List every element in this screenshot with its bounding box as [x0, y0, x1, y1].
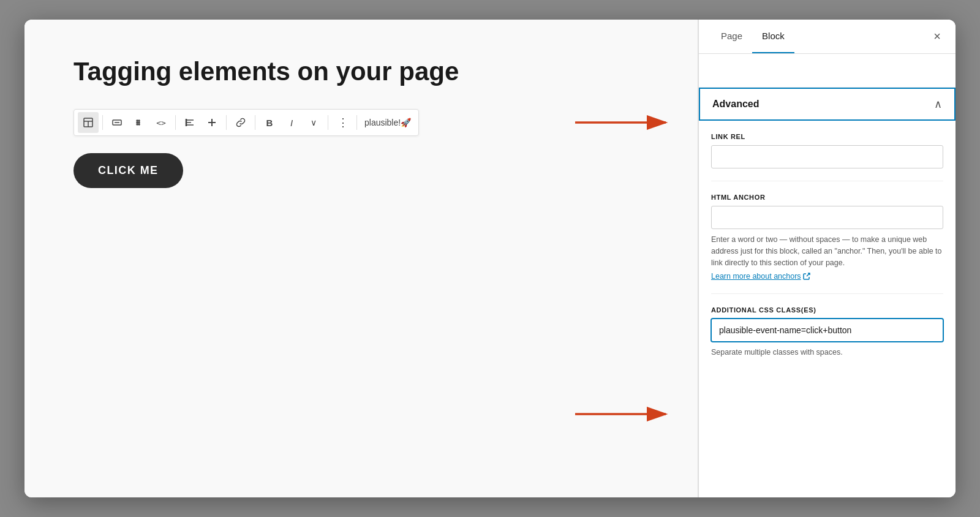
svg-point-5: [137, 120, 138, 121]
chevron-down-icon: ∨: [311, 118, 317, 127]
click-me-button[interactable]: CLICK ME: [74, 153, 183, 188]
close-button[interactable]: ×: [931, 27, 943, 46]
html-anchor-input[interactable]: [711, 206, 943, 229]
advanced-label: Advanced: [712, 99, 759, 110]
plausible-label: plausible!🚀: [361, 118, 415, 127]
learn-more-label: Learn more about anchors: [711, 272, 801, 281]
grid-icon: [134, 118, 144, 127]
svg-point-9: [137, 124, 138, 125]
link-icon: [236, 118, 246, 127]
editor-panel: Tagging elements on your page: [24, 20, 698, 497]
dropdown-btn[interactable]: ∨: [303, 112, 324, 133]
svg-point-6: [138, 120, 140, 121]
align-icon: [185, 118, 195, 127]
layout-icon: [83, 118, 93, 127]
divider-3: [226, 115, 227, 130]
bold-icon: B: [266, 118, 273, 128]
vertical-dots-icon: ⋮: [337, 116, 348, 129]
chevron-up-icon: ∧: [934, 97, 942, 111]
html-anchor-group: HTML ANCHOR Enter a word or two — withou…: [711, 194, 943, 281]
page-title: Tagging elements on your page: [74, 56, 502, 87]
link-rel-label: LINK REL: [711, 133, 943, 140]
block-toolbar: <>: [74, 109, 419, 136]
sidebar: Page Block × Advanced ∧ LINK REL: [698, 20, 956, 497]
arrow-to-css-classes: [575, 402, 673, 426]
css-classes-group: ADDITIONAL CSS CLASS(ES) Separate multip…: [711, 306, 943, 358]
advanced-section: Advanced ∧: [699, 88, 956, 121]
italic-btn[interactable]: I: [281, 112, 302, 133]
bold-btn[interactable]: B: [259, 112, 280, 133]
sidebar-body: LINK REL HTML ANCHOR Enter a word or two…: [699, 121, 956, 497]
learn-more-link[interactable]: Learn more about anchors: [711, 272, 810, 281]
divider-6: [356, 115, 357, 130]
svg-point-8: [138, 122, 140, 123]
link-rel-input[interactable]: [711, 145, 943, 168]
css-classes-input[interactable]: [711, 319, 943, 342]
divider-1: [102, 115, 103, 130]
code-btn[interactable]: <>: [151, 112, 172, 133]
align-btn[interactable]: [179, 112, 200, 133]
divider-5: [328, 115, 328, 130]
editor-window: Tagging elements on your page: [24, 20, 956, 497]
grid-btn[interactable]: [129, 112, 149, 133]
arrow-1-icon: [575, 110, 673, 135]
plus-btn[interactable]: [202, 112, 222, 133]
external-link-icon: [803, 273, 810, 280]
link-btn[interactable]: [230, 112, 251, 133]
separator-2: [711, 293, 943, 294]
sidebar-tabs: Page Block ×: [699, 20, 956, 54]
minus-btn[interactable]: [107, 112, 127, 133]
tab-page[interactable]: Page: [711, 20, 752, 53]
html-anchor-label: HTML ANCHOR: [711, 194, 943, 201]
italic-icon: I: [290, 118, 293, 128]
divider-2: [175, 115, 176, 130]
advanced-header[interactable]: Advanced ∧: [700, 89, 954, 119]
svg-point-7: [137, 122, 138, 123]
minus-icon: [112, 118, 122, 127]
more-options-btn[interactable]: ⋮: [332, 112, 353, 133]
separator-1: [711, 181, 943, 181]
plus-icon: [207, 118, 217, 127]
divider-4: [255, 115, 255, 130]
html-anchor-hint: Enter a word or two — without spaces — t…: [711, 234, 943, 268]
svg-point-10: [138, 124, 140, 125]
layout-icon-btn[interactable]: [78, 112, 99, 133]
code-icon: <>: [156, 118, 166, 127]
arrow-to-advanced: [575, 110, 673, 135]
link-rel-group: LINK REL: [711, 133, 943, 168]
arrow-2-icon: [575, 402, 673, 426]
css-classes-hint: Separate multiple classes with spaces.: [711, 347, 943, 358]
sidebar-top-partial: [699, 54, 956, 88]
css-classes-label: ADDITIONAL CSS CLASS(ES): [711, 306, 943, 314]
tab-block[interactable]: Block: [752, 20, 794, 53]
